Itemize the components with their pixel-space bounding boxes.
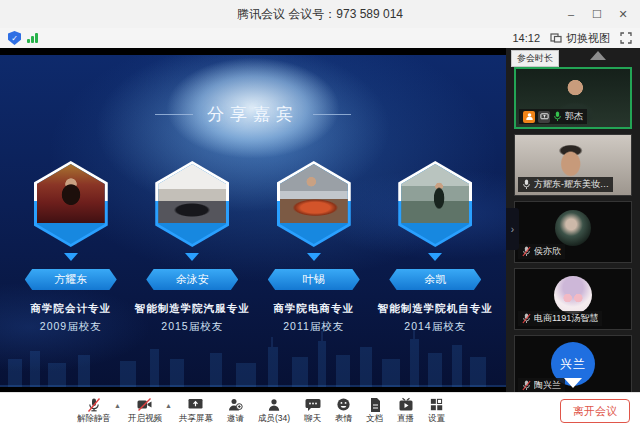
leave-meeting-button[interactable]: 离开会议 xyxy=(560,399,630,423)
host-badge-icon xyxy=(523,111,535,123)
security-shield-icon[interactable]: ✓ xyxy=(8,31,21,45)
clock-time: 14:12 xyxy=(512,32,540,44)
avatar xyxy=(554,276,592,314)
chat-label: 聊天 xyxy=(304,413,321,425)
shared-screen-stage: 分享嘉宾 方耀东 商学院会计专业 2009届校友 xyxy=(0,48,506,392)
scroll-up-icon[interactable] xyxy=(590,51,606,60)
switch-view-label: 切换视图 xyxy=(566,31,610,46)
guest-card: 余凯 智能制造学院机自专业 2014届校友 xyxy=(375,161,497,334)
guest-major: 商学院电商专业 xyxy=(274,302,355,316)
settings-grid-icon xyxy=(429,396,444,413)
maximize-button[interactable]: ☐ xyxy=(584,0,610,28)
fullscreen-icon[interactable] xyxy=(620,32,632,44)
participant-tag: 郭杰 xyxy=(519,109,587,124)
participant-tile[interactable]: 郭杰 xyxy=(514,67,632,129)
document-icon xyxy=(368,396,382,413)
participant-name: 侯亦欣 xyxy=(534,245,561,258)
presentation-slide: 分享嘉宾 方耀东 商学院会计专业 2009届校友 xyxy=(0,55,506,387)
start-video-button[interactable]: 开启视频 xyxy=(128,396,162,425)
guest-major: 商学院会计专业 xyxy=(31,302,112,316)
sidebar-collapse-handle[interactable]: › xyxy=(506,208,519,250)
live-label: 直播 xyxy=(397,413,414,425)
share-screen-button[interactable]: 共享屏幕 xyxy=(179,396,213,425)
window-title: 腾讯会议 会议号：973 589 014 xyxy=(237,6,403,23)
mic-muted-icon xyxy=(522,313,531,324)
guest-photo-frame xyxy=(277,161,351,247)
invite-button[interactable]: 邀请 xyxy=(227,396,244,425)
guest-name-ribbon: 叶锡 xyxy=(268,269,360,290)
live-stream-icon xyxy=(398,396,414,413)
guest-name-ribbon: 余泳安 xyxy=(146,269,238,290)
settings-button[interactable]: 设置 xyxy=(428,396,445,425)
guest-photo xyxy=(158,164,226,223)
screen-share-badge-icon xyxy=(538,111,550,123)
emoji-label: 表情 xyxy=(335,413,352,425)
main-area: 分享嘉宾 方耀东 商学院会计专业 2009届校友 xyxy=(0,48,640,392)
share-screen-icon xyxy=(187,396,204,413)
guest-major: 智能制造学院汽服专业 xyxy=(135,302,250,316)
invite-person-icon xyxy=(227,396,243,413)
start-video-label: 开启视频 xyxy=(128,413,162,425)
mic-on-icon xyxy=(522,179,531,190)
participant-name: 方耀东-耀东美妆… xyxy=(534,178,609,191)
emoji-smiley-icon xyxy=(336,396,351,413)
chat-bubble-icon xyxy=(305,396,321,413)
chevron-down-icon xyxy=(307,253,321,261)
invite-label: 邀请 xyxy=(227,413,244,425)
guest-photo-frame xyxy=(34,161,108,247)
participant-name: 郭杰 xyxy=(565,110,583,123)
participant-tag: 陶兴兰 xyxy=(518,378,565,392)
guest-photo-frame xyxy=(398,161,472,247)
title-dash-right xyxy=(313,114,351,115)
mic-on-icon xyxy=(553,111,562,122)
guest-name-ribbon: 余凯 xyxy=(389,269,481,290)
audio-options-caret[interactable]: ▲ xyxy=(114,402,121,409)
network-signal-icon[interactable] xyxy=(27,33,38,43)
participant-tag: 方耀东-耀东美妆… xyxy=(518,177,613,192)
chevron-down-icon xyxy=(185,253,199,261)
statusbar: ✓ 14:12 切换视图 xyxy=(0,28,640,48)
members-button[interactable]: 成员(34) xyxy=(258,396,290,425)
participant-tile[interactable]: 侯亦欣 xyxy=(514,201,632,263)
participants-sidebar: 参会时长 郭杰 xyxy=(506,48,640,392)
tencent-meeting-window: 腾讯会议 会议号：973 589 014 – ☐ ✕ ✓ 14:12 切换视图 … xyxy=(0,0,640,428)
unmute-label: 解除静音 xyxy=(77,413,111,425)
participant-tile[interactable]: 方耀东-耀东美妆… xyxy=(514,134,632,196)
participant-name: 陶兴兰 xyxy=(534,379,561,392)
guest-major: 智能制造学院机自专业 xyxy=(378,302,493,316)
participant-tag: 侯亦欣 xyxy=(518,244,565,259)
city-skyline-graphic xyxy=(0,329,506,387)
guest-cards: 方耀东 商学院会计专业 2009届校友 余泳安 智能制造学院汽服专业 2015届… xyxy=(10,161,496,334)
docs-label: 文档 xyxy=(366,413,383,425)
mic-muted-icon xyxy=(522,246,531,257)
video-options-caret[interactable]: ▲ xyxy=(165,402,172,409)
guest-photo xyxy=(280,164,348,223)
guest-photo xyxy=(401,164,469,223)
scroll-down-icon[interactable] xyxy=(564,378,582,388)
meeting-duration-tooltip: 参会时长 xyxy=(511,50,559,67)
live-button[interactable]: 直播 xyxy=(397,396,414,425)
close-button[interactable]: ✕ xyxy=(610,0,636,28)
docs-button[interactable]: 文档 xyxy=(366,396,383,425)
members-label: 成员(34) xyxy=(258,413,290,425)
guest-card: 余泳安 智能制造学院汽服专业 2015届校友 xyxy=(132,161,254,334)
participant-tile[interactable]: 电商1191汤智慧 xyxy=(514,268,632,330)
slide-title: 分享嘉宾 xyxy=(207,103,299,126)
participant-name: 电商1191汤智慧 xyxy=(534,312,598,325)
title-dash-left xyxy=(155,114,193,115)
chevron-down-icon xyxy=(428,253,442,261)
chevron-down-icon xyxy=(64,253,78,261)
emoji-button[interactable]: 表情 xyxy=(335,396,352,425)
guest-photo xyxy=(37,164,105,223)
switch-view-button[interactable]: 切换视图 xyxy=(550,31,610,46)
unmute-button[interactable]: 解除静音 xyxy=(77,396,111,425)
mic-muted-icon xyxy=(522,380,531,391)
guest-card: 方耀东 商学院会计专业 2009届校友 xyxy=(10,161,132,334)
chat-button[interactable]: 聊天 xyxy=(304,396,321,425)
guest-card: 叶锡 商学院电商专业 2011届校友 xyxy=(253,161,375,334)
meeting-toolbar: 解除静音 ▲ 开启视频 ▲ 共享屏幕 邀请 成员(34) xyxy=(0,392,640,428)
participant-tag: 电商1191汤智慧 xyxy=(518,311,602,326)
minimize-button[interactable]: – xyxy=(558,0,584,28)
window-controls: – ☐ ✕ xyxy=(558,0,636,28)
guest-photo-frame xyxy=(155,161,229,247)
